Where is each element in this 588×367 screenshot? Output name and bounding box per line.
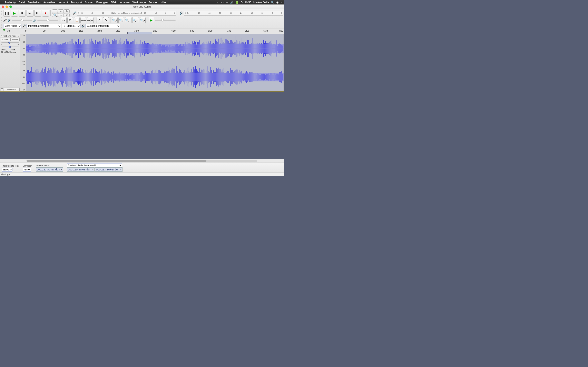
redo-button[interactable]: ↷	[103, 17, 109, 23]
app-menu[interactable]: Audacity	[5, 1, 16, 4]
wifi-icon[interactable]: ᯤ	[216, 1, 219, 4]
multi-tool[interactable]: ✳	[64, 13, 70, 17]
waveform-left[interactable]: 1,00,50,0-0,5-1,0	[20, 34, 284, 63]
copy-button[interactable]: ⧉	[67, 17, 73, 23]
menu-analyse[interactable]: Analyse	[120, 1, 129, 4]
speaker-icon: 🔊	[179, 11, 183, 15]
track-close-button[interactable]: ×	[1, 35, 3, 37]
play-button[interactable]: ▶	[11, 10, 18, 17]
gain-slider[interactable]	[0, 42, 20, 44]
audio-host-select[interactable]: Core Audio	[3, 24, 21, 28]
skip-start-button[interactable]: ⏮	[26, 10, 34, 17]
project-rate-select[interactable]: 48000	[2, 167, 12, 172]
selection-end-display[interactable]: 000,213Sekunden▾	[95, 167, 123, 172]
meter-hint: Klicken um Überwachung zu starten 3	[111, 12, 142, 14]
amplitude-scale: 1,00,50,0-0,5-1,0	[20, 63, 26, 91]
mute-button[interactable]: Stumm	[1, 38, 10, 41]
cut-button[interactable]: ✂	[61, 17, 67, 23]
amplitude-scale: 1,00,50,0-0,5-1,0	[20, 34, 26, 63]
zoom-fit-button[interactable]: 🔍↔	[132, 17, 139, 23]
play-volume-slider[interactable]	[37, 20, 58, 21]
empty-tracks-area[interactable]	[0, 92, 284, 159]
zoom-sel-button[interactable]: 🔍▭	[125, 17, 132, 23]
horizontal-scrollbar[interactable]	[0, 159, 284, 162]
trim-button[interactable]: ⟞⟝	[80, 17, 86, 23]
playback-meter[interactable]: L R -54 -48 -42 -36 -30 -24 -18 -12 -6 0	[184, 11, 283, 16]
track-name[interactable]: Gott und Köni	[3, 35, 17, 37]
playback-device-select[interactable]: Ausgang (integriert)	[85, 24, 120, 28]
audio-position-display[interactable]: 000,120Sekunden▾	[36, 167, 63, 172]
window-close[interactable]	[2, 6, 4, 8]
recording-channels-select[interactable]: 2 (Stereo)…	[62, 24, 80, 28]
volume-icon[interactable]: 🔊	[230, 1, 233, 4]
menu-bearbeiten[interactable]: Bearbeiten	[28, 1, 41, 4]
record-button[interactable]: ●	[42, 10, 49, 17]
user-name[interactable]: Markus Galla	[253, 1, 269, 4]
selection-mode-select[interactable]: Start und Ende der Auswahl	[67, 163, 122, 167]
zoom-in-button[interactable]: 🔍+	[112, 17, 118, 23]
solo-button[interactable]: Alleine	[10, 38, 20, 41]
track-menu-dropdown[interactable]: ▾	[17, 35, 20, 37]
selection-toolbar: Projekt-Rate (Hz) 48000 Einrasten Aus Au…	[0, 162, 284, 173]
undo-button[interactable]: ↶	[97, 17, 102, 23]
draw-tool[interactable]: ✎	[64, 9, 70, 13]
skip-end-button[interactable]: ⏭	[34, 10, 41, 17]
rec-volume-slider[interactable]	[12, 20, 32, 21]
menu-spuren[interactable]: Spuren	[85, 1, 93, 4]
menu-werkzeuge[interactable]: Werkzeuge	[132, 1, 146, 4]
play-at-speed-button[interactable]: ▶	[149, 17, 154, 23]
window-maximize[interactable]	[9, 6, 12, 8]
speaker-icon: 🔊	[81, 24, 85, 28]
collapse-button[interactable]: ▴	[1, 88, 3, 91]
meter-lr: L R	[78, 11, 79, 15]
spotlight-icon[interactable]: 🔍	[271, 1, 274, 4]
menu-hilfe[interactable]: Hilfe	[160, 1, 166, 4]
playhead-marker[interactable]	[3, 29, 5, 31]
zoom-out-button[interactable]: 🔍-	[118, 17, 124, 23]
stop-button[interactable]: ■	[19, 10, 26, 17]
menu-transport[interactable]: Transport	[71, 1, 82, 4]
recording-device-select[interactable]: Mikrofon (integriert)	[26, 24, 61, 28]
selection-start-display[interactable]: 000,120Sekunden▾	[67, 167, 94, 172]
snap-label: Einrasten	[23, 165, 32, 167]
window-minimize[interactable]	[6, 6, 8, 8]
grip[interactable]	[1, 10, 2, 16]
clock[interactable]: Di. 10:55	[241, 1, 251, 4]
play-speed-slider[interactable]	[155, 20, 176, 21]
grip[interactable]	[1, 17, 2, 23]
grip[interactable]	[1, 23, 2, 29]
menu-effekt[interactable]: Effekt	[110, 1, 117, 4]
paste-button[interactable]: 📋	[74, 17, 80, 23]
menu-datei[interactable]: Datei	[19, 1, 25, 4]
mic-icon-small: 🎤	[3, 19, 7, 22]
battery-icon[interactable]: 🔋	[235, 1, 239, 4]
menu-erzeugen[interactable]: Erzeugen	[96, 1, 108, 4]
zoom-toggle-button[interactable]: 🔍=	[140, 17, 146, 23]
siri-icon[interactable]: ◉	[276, 1, 278, 4]
track-select-button[interactable]: Auswählen	[4, 88, 20, 91]
notification-icon[interactable]: ≡	[280, 1, 282, 4]
audio-position-label: Audioposition	[36, 164, 63, 167]
snap-select[interactable]: Aus	[23, 167, 31, 172]
pan-slider[interactable]	[0, 46, 20, 48]
mic-icon: 🎤	[22, 24, 26, 28]
timeshift-tool[interactable]: ↔	[58, 13, 64, 17]
menu-auswaehlen[interactable]: Auswählen	[43, 1, 56, 4]
selection-tool[interactable]: I	[52, 9, 58, 13]
menu-fenster[interactable]: Fenster	[149, 1, 158, 4]
timeline-selection[interactable]	[127, 32, 152, 34]
eject-icon[interactable]: ⏏	[226, 1, 228, 4]
tracks-area: × Gott und Köni ▾ Stumm Alleine LR Stere…	[0, 34, 284, 92]
silence-button[interactable]: ⟞|⟝	[87, 17, 93, 23]
track-control-panel: × Gott und Köni ▾ Stumm Alleine LR Stere…	[0, 34, 20, 92]
recording-meter[interactable]: L R -54 -48 -42 -36 -30 -24 -18 -12 -6 0…	[77, 11, 176, 16]
track-format-info: Stereo, 44100Hz 32-bit Fließkomma	[0, 48, 20, 54]
svg-rect-0	[26, 44, 284, 53]
timeline-ruler[interactable]: 30 0 30 1:00 1:30 2:00 2:30 3:00 3:30 4:…	[0, 29, 284, 34]
zoom-tool[interactable]: 🔍	[52, 13, 58, 17]
airplay-icon[interactable]: ▭	[221, 1, 224, 4]
pause-button[interactable]: ❚❚	[3, 10, 10, 17]
waveform-right[interactable]: 1,00,50,0-0,5-1,0	[20, 63, 284, 92]
menu-ansicht[interactable]: Ansicht	[59, 1, 68, 4]
envelope-tool[interactable]: ≍	[58, 9, 64, 13]
